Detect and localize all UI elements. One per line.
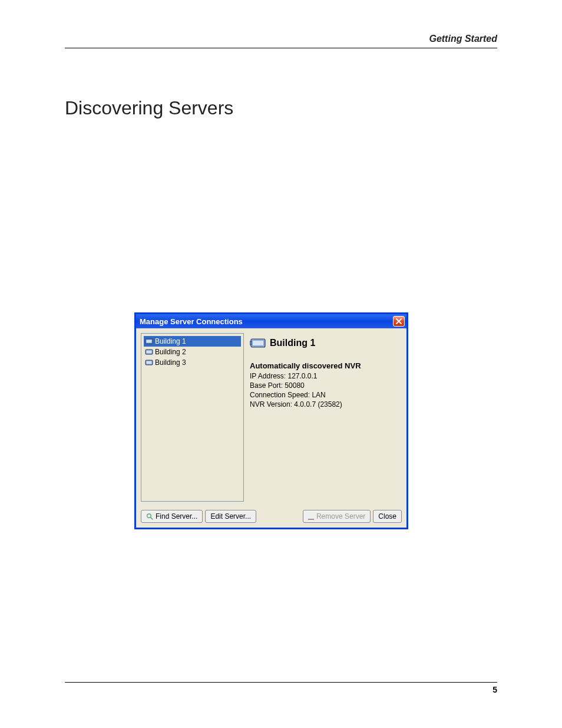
detail-version: NVR Version: 4.0.0.7 (23582): [250, 400, 399, 409]
dialog-title: Manage Server Connections: [140, 317, 243, 326]
svg-rect-5: [147, 361, 152, 364]
page-header: Getting Started: [65, 34, 497, 48]
remove-server-button: Remove Server: [303, 510, 371, 523]
svg-rect-11: [308, 519, 314, 520]
manage-server-connections-dialog: Manage Server Connections Building 1 Bui…: [134, 312, 408, 529]
server-detail-pane: Building 1 Automatically discovered NVR …: [249, 333, 402, 502]
footer-rule: [65, 682, 497, 683]
remove-icon: [308, 515, 314, 518]
section-title: Discovering Servers: [65, 97, 233, 119]
server-icon: [145, 338, 153, 345]
list-item-label: Building 1: [155, 337, 186, 346]
search-icon: [146, 513, 153, 520]
dialog-titlebar[interactable]: Manage Server Connections: [136, 314, 406, 328]
dialog-body: Building 1 Building 2 Building 3: [136, 328, 406, 506]
server-icon: [250, 337, 266, 350]
server-icon: [145, 348, 153, 355]
server-icon: [145, 359, 153, 366]
close-button-label: Close: [378, 512, 396, 521]
remove-server-label: Remove Server: [316, 512, 365, 521]
dialog-button-bar: Find Server... Edit Server... Remove Ser…: [136, 506, 406, 528]
list-item[interactable]: Building 3: [144, 357, 241, 368]
svg-rect-1: [147, 340, 152, 343]
header-section-label: Getting Started: [65, 34, 497, 47]
find-server-button[interactable]: Find Server...: [141, 510, 203, 523]
find-server-label: Find Server...: [156, 512, 197, 521]
svg-line-10: [151, 518, 153, 520]
close-button[interactable]: Close: [373, 510, 402, 523]
close-icon[interactable]: [393, 316, 405, 327]
detail-speed: Connection Speed: LAN: [250, 390, 399, 400]
server-list[interactable]: Building 1 Building 2 Building 3: [141, 333, 244, 502]
edit-server-label: Edit Server...: [210, 512, 251, 521]
edit-server-button[interactable]: Edit Server...: [205, 510, 256, 523]
detail-server-name: Building 1: [270, 338, 315, 348]
detail-port: Base Port: 50080: [250, 381, 399, 390]
detail-heading: Automatically discovered NVR: [250, 361, 399, 370]
header-rule: [65, 48, 497, 48]
detail-title-row: Building 1: [250, 337, 399, 350]
svg-rect-3: [147, 351, 152, 354]
list-item[interactable]: Building 2: [144, 347, 241, 357]
list-item-label: Building 2: [155, 347, 186, 357]
list-item[interactable]: Building 1: [144, 336, 241, 347]
detail-ip: IP Address: 127.0.0.1: [250, 371, 399, 381]
svg-rect-7: [253, 341, 263, 345]
list-item-label: Building 3: [155, 358, 186, 367]
page-footer: 5: [65, 682, 497, 694]
page-number: 5: [65, 685, 497, 694]
svg-rect-8: [250, 341, 252, 345]
